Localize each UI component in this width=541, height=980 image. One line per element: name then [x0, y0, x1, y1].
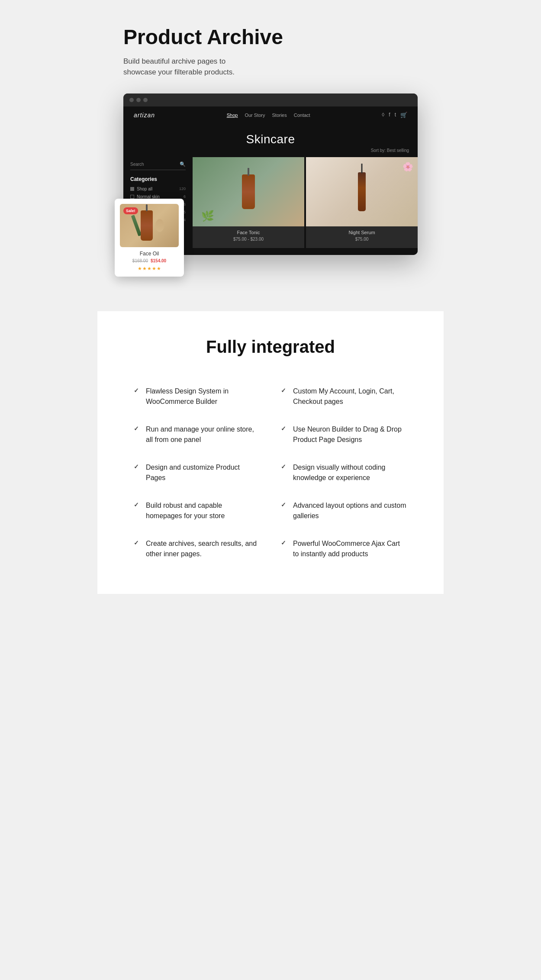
nav-shop[interactable]: Shop — [227, 113, 238, 118]
sort-bar: Sort by: Best selling — [123, 148, 418, 157]
integrated-title: Fully integrated — [123, 337, 418, 357]
sale-badge: Sale! — [123, 207, 138, 214]
nav-our-story[interactable]: Our Story — [245, 113, 265, 118]
shop-nav: Shop Our Story Stories Contact — [227, 113, 310, 118]
check-icon-9: ✓ — [134, 539, 139, 546]
nav-stories[interactable]: Stories — [272, 113, 287, 118]
feature-item-2: ✓ Custom My Account, Login, Cart, Checko… — [270, 377, 418, 416]
category-shop-all[interactable]: Shop all 120 — [130, 187, 186, 191]
product-card-face-tonic[interactable]: 🌿 Face Tonic $75.00 - $23.00 — [193, 157, 304, 248]
flower-decoration: 🌸 — [403, 161, 413, 172]
feature-text-8: Advanced layout options and custom galle… — [293, 500, 407, 521]
check-icon-6: ✓ — [281, 463, 286, 470]
feature-item-7: ✓ Build robust and capable homepages for… — [123, 492, 270, 530]
checkbox-shop-all[interactable] — [130, 187, 134, 191]
feature-text-4: Use Neuron Builder to Drag & Drop Produc… — [293, 424, 407, 445]
search-icon: 🔍 — [180, 161, 186, 167]
shop-icons: ◊ f t 🛒 — [382, 112, 407, 118]
feature-text-3: Run and manage your online store, all fr… — [146, 424, 260, 445]
product-info-night-serum: Night Serum $75.00 — [306, 226, 418, 245]
cart-icon[interactable]: 🛒 — [400, 112, 407, 118]
sort-label: Sort by: Best selling — [371, 148, 409, 153]
feature-text-6: Design visually without coding knowledge… — [293, 462, 407, 483]
product-name-face-tonic: Face Tonic — [196, 230, 301, 235]
feature-item-3: ✓ Run and manage your online store, all … — [123, 416, 270, 454]
browser-wrapper: artizan Shop Our Story Stories Contact ◊… — [123, 93, 418, 268]
feature-item-9: ✓ Create archives, search results, and o… — [123, 530, 270, 568]
checkbox-normal-skin[interactable] — [130, 195, 134, 199]
search-input[interactable] — [130, 162, 180, 167]
check-icon-7: ✓ — [134, 501, 139, 508]
check-icon-1: ✓ — [134, 387, 139, 394]
check-icon-2: ✓ — [281, 387, 286, 394]
product-price-face-tonic: $75.00 - $23.00 — [196, 237, 301, 242]
bottle-face-tonic — [242, 174, 255, 209]
product-image-face-tonic: 🌿 — [193, 157, 304, 226]
stars: ★★★★★ — [120, 266, 179, 271]
shop-category-title: Skincare — [246, 124, 295, 148]
top-section: Product Archive Build beautiful archive … — [97, 0, 444, 311]
features-grid: ✓ Flawless Design System in WooCommerce … — [123, 377, 418, 568]
floating-prices: $168.00 $154.00 — [120, 258, 179, 263]
sidebar-search[interactable]: 🔍 — [130, 161, 186, 170]
integrated-section: Fully integrated ✓ Flawless Design Syste… — [97, 311, 444, 594]
floating-product-image: Sale! — [120, 204, 179, 247]
nav-contact[interactable]: Contact — [294, 113, 310, 118]
feature-item-10: ✓ Powerful WooCommerce Ajax Cart to inst… — [270, 530, 418, 568]
browser-bar — [123, 93, 418, 106]
product-price-night-serum: $75.00 — [309, 237, 414, 242]
feature-item-5: ✓ Design and customize Product Pages — [123, 454, 270, 492]
instagram-icon[interactable]: ◊ — [382, 112, 384, 118]
feature-text-10: Powerful WooCommerce Ajax Cart to instan… — [293, 538, 407, 559]
facebook-icon[interactable]: f — [389, 112, 390, 118]
product-grid: 🌿 Face Tonic $75.00 - $23.00 🌸 — [193, 157, 418, 255]
category-label: Shop all — [137, 187, 152, 191]
feature-text-7: Build robust and capable homepages for y… — [146, 500, 260, 521]
product-info-face-tonic: Face Tonic $75.00 - $23.00 — [193, 226, 304, 245]
page-title: Product Archive — [123, 26, 418, 49]
check-icon-8: ✓ — [281, 501, 286, 508]
check-icon-5: ✓ — [134, 463, 139, 470]
shop-header: artizan Shop Our Story Stories Contact ◊… — [123, 106, 418, 124]
product-name-night-serum: Night Serum — [309, 230, 414, 235]
product-image-night-serum: 🌸 — [306, 157, 418, 226]
bottle-night-serum — [358, 172, 366, 211]
twitter-icon[interactable]: t — [395, 112, 396, 118]
feature-item-6: ✓ Design visually without coding knowled… — [270, 454, 418, 492]
feature-text-1: Flawless Design System in WooCommerce Bu… — [146, 386, 260, 407]
price-original: $168.00 — [132, 258, 148, 263]
feature-item-8: ✓ Advanced layout options and custom gal… — [270, 492, 418, 530]
browser-dot-yellow — [136, 98, 141, 102]
check-icon-3: ✓ — [134, 425, 139, 432]
feature-text-5: Design and customize Product Pages — [146, 462, 260, 483]
check-icon-10: ✓ — [281, 539, 286, 546]
feature-item-1: ✓ Flawless Design System in WooCommerce … — [123, 377, 270, 416]
category-count: 6 — [184, 194, 186, 199]
floating-product-name: Face Oil — [120, 251, 179, 257]
shop-logo: artizan — [134, 112, 155, 119]
feature-text-2: Custom My Account, Login, Cart, Checkout… — [293, 386, 407, 407]
plant-decoration: 🌿 — [201, 210, 214, 222]
feature-item-4: ✓ Use Neuron Builder to Drag & Drop Prod… — [270, 416, 418, 454]
feature-text-9: Create archives, search results, and oth… — [146, 538, 260, 559]
categories-title: Categories — [130, 176, 186, 182]
check-icon-4: ✓ — [281, 425, 286, 432]
floating-product-card: Sale! Face Oil $168.00 $154.00 ★★★★★ — [115, 199, 184, 277]
product-card-night-serum[interactable]: 🌸 Night Serum $75.00 — [306, 157, 418, 248]
browser-dot-green — [143, 98, 148, 102]
price-sale: $154.00 — [151, 258, 166, 263]
page-subtitle: Build beautiful archive pages toshowcase… — [123, 56, 418, 78]
category-count: 120 — [179, 187, 186, 191]
browser-dot-red — [129, 98, 134, 102]
